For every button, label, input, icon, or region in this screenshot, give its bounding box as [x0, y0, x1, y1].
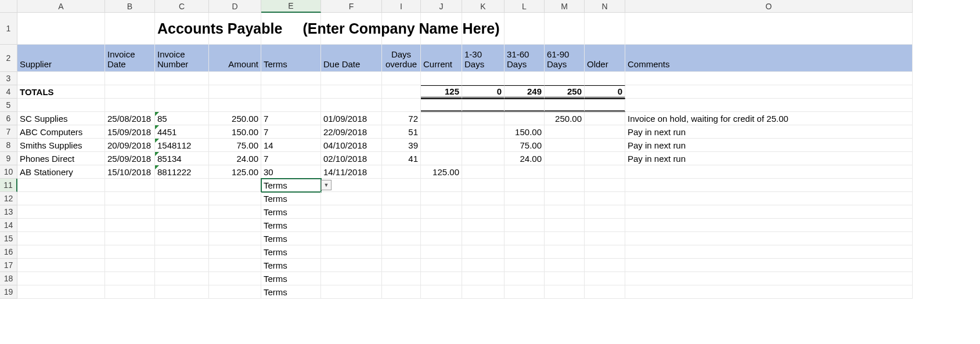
cell-N12[interactable]: [585, 192, 625, 205]
col-header-C[interactable]: C: [155, 0, 209, 13]
cell-D4[interactable]: [209, 85, 261, 99]
cell-O14[interactable]: [625, 219, 913, 232]
cell-date-7[interactable]: 15/09/2018: [105, 125, 155, 139]
cell-O12[interactable]: [625, 192, 913, 205]
row-header-18[interactable]: 18: [0, 272, 17, 285]
cell-current-10[interactable]: 125.00: [421, 165, 462, 179]
cell-A13[interactable]: [17, 205, 105, 219]
cell-F5[interactable]: [321, 99, 382, 112]
cell-A11[interactable]: [17, 179, 105, 192]
cell-E4[interactable]: [261, 85, 321, 99]
cell-M11[interactable]: [545, 179, 585, 192]
cell-D13[interactable]: [209, 205, 261, 219]
cell-date-6[interactable]: 25/08/2018: [105, 112, 155, 125]
cell-current-7[interactable]: [421, 125, 462, 139]
cell-A17[interactable]: [17, 259, 105, 272]
total-61-90[interactable]: 250: [545, 85, 585, 99]
cell-supplier-7[interactable]: ABC Computers: [17, 125, 105, 139]
cell-B12[interactable]: [105, 192, 155, 205]
cell-F15[interactable]: [321, 232, 382, 245]
cell-O19[interactable]: [625, 285, 913, 299]
cell-B1[interactable]: [105, 13, 155, 45]
cell-C16[interactable]: [155, 245, 209, 259]
cell-J19[interactable]: [421, 285, 462, 299]
cell-b2-6[interactable]: [505, 112, 545, 125]
cell-A19[interactable]: [17, 285, 105, 299]
row-header-4[interactable]: 4: [0, 85, 17, 99]
cell-A12[interactable]: [17, 192, 105, 205]
cell-J3[interactable]: [421, 72, 462, 85]
cell-J1[interactable]: [421, 13, 462, 45]
cell-C19[interactable]: [155, 285, 209, 299]
cell-I11[interactable]: [382, 179, 421, 192]
cell-B14[interactable]: [105, 219, 155, 232]
cell-overdue-9[interactable]: 41: [382, 152, 421, 165]
cell-supplier-9[interactable]: Phones Direct: [17, 152, 105, 165]
cell-O13[interactable]: [625, 205, 913, 219]
row-header-19[interactable]: 19: [0, 285, 17, 299]
cell-B5[interactable]: [105, 99, 155, 112]
cell-D1[interactable]: [209, 13, 261, 45]
cell-M19[interactable]: [545, 285, 585, 299]
cell-current-8[interactable]: [421, 139, 462, 152]
cell-O16[interactable]: [625, 245, 913, 259]
cell-M14[interactable]: [545, 219, 585, 232]
cell-b3-6[interactable]: 250.00: [545, 112, 585, 125]
cell-F12[interactable]: [321, 192, 382, 205]
cell-K5[interactable]: [462, 99, 505, 112]
cell-L11[interactable]: [505, 179, 545, 192]
cell-B18[interactable]: [105, 272, 155, 285]
cell-D15[interactable]: [209, 232, 261, 245]
cell-J11[interactable]: [421, 179, 462, 192]
cell-E19[interactable]: Terms: [261, 285, 321, 299]
cell-K11[interactable]: [462, 179, 505, 192]
cell-D17[interactable]: [209, 259, 261, 272]
header-invoice-date[interactable]: Invoice Date: [105, 45, 155, 72]
cell-D12[interactable]: [209, 192, 261, 205]
cell-N14[interactable]: [585, 219, 625, 232]
cell-b1-9[interactable]: [462, 152, 505, 165]
cell-M12[interactable]: [545, 192, 585, 205]
cell-A14[interactable]: [17, 219, 105, 232]
total-31-60[interactable]: 249: [505, 85, 545, 99]
cell-terms-8[interactable]: 14: [261, 139, 321, 152]
cell-B3[interactable]: [105, 72, 155, 85]
cell-due-7[interactable]: 22/09/2018: [321, 125, 382, 139]
cell-b1-6[interactable]: [462, 112, 505, 125]
cell-D3[interactable]: [209, 72, 261, 85]
page-title[interactable]: Accounts Payable: [155, 13, 209, 45]
cell-A18[interactable]: [17, 272, 105, 285]
cell-O1[interactable]: [625, 13, 913, 45]
cell-K19[interactable]: [462, 285, 505, 299]
cell-M5[interactable]: [545, 99, 585, 112]
cell-inv-6[interactable]: 85: [155, 112, 209, 125]
cell-b1-10[interactable]: [462, 165, 505, 179]
row-header-5[interactable]: 5: [0, 99, 17, 112]
cell-amount-8[interactable]: 75.00: [209, 139, 261, 152]
cell-I16[interactable]: [382, 245, 421, 259]
cell-comment-6[interactable]: Invoice on hold, waiting for credit of 2…: [625, 112, 913, 125]
cell-F16[interactable]: [321, 245, 382, 259]
col-header-A[interactable]: A: [17, 0, 105, 13]
cell-J13[interactable]: [421, 205, 462, 219]
cell-A3[interactable]: [17, 72, 105, 85]
cell-J15[interactable]: [421, 232, 462, 245]
cell-inv-9[interactable]: 85134: [155, 152, 209, 165]
cell-C18[interactable]: [155, 272, 209, 285]
cell-J17[interactable]: [421, 259, 462, 272]
row-header-17[interactable]: 17: [0, 259, 17, 272]
cell-K13[interactable]: [462, 205, 505, 219]
cell-K1[interactable]: [462, 13, 505, 45]
cell-A1[interactable]: [17, 13, 105, 45]
cell-M17[interactable]: [545, 259, 585, 272]
cell-date-8[interactable]: 20/09/2018: [105, 139, 155, 152]
cell-J12[interactable]: [421, 192, 462, 205]
header-days-overdue[interactable]: Days overdue: [382, 45, 421, 72]
header-invoice-number[interactable]: Invoice Number: [155, 45, 209, 72]
col-header-N[interactable]: N: [585, 0, 625, 13]
cell-A5[interactable]: [17, 99, 105, 112]
cell-I13[interactable]: [382, 205, 421, 219]
cell-older-10[interactable]: [585, 165, 625, 179]
cell-M18[interactable]: [545, 272, 585, 285]
cell-N18[interactable]: [585, 272, 625, 285]
